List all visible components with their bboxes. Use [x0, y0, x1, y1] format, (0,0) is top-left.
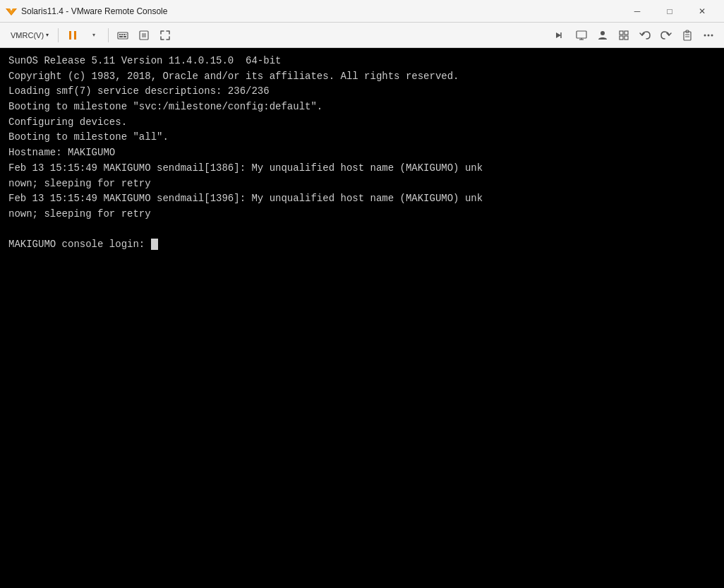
title-bar-controls: ─ □ ✕	[621, 0, 718, 23]
more-button[interactable]	[699, 25, 718, 45]
toolbar-sep-1	[58, 28, 59, 42]
window-title: Solaris11.4 - VMware Remote Console	[21, 6, 167, 16]
svg-rect-19	[684, 32, 691, 40]
clipboard-button[interactable]	[677, 25, 697, 45]
cursor-block	[151, 239, 158, 250]
undo-button[interactable]	[635, 25, 655, 45]
vmrc-label: VMRC(V)	[11, 31, 44, 40]
svg-rect-17	[620, 36, 623, 40]
console-area[interactable]: SunOS Release 5.11 Version 11.4.0.15.0 6…	[0, 48, 724, 588]
full-screen-button[interactable]	[155, 25, 175, 45]
send-ctrl-alt-del-button[interactable]	[113, 25, 133, 45]
fit-icon	[138, 30, 150, 41]
title-bar: Solaris11.4 - VMware Remote Console ─ □ …	[0, 0, 724, 23]
svg-rect-16	[625, 31, 628, 35]
svg-rect-6	[121, 34, 123, 35]
svg-point-25	[711, 34, 713, 36]
svg-point-24	[708, 34, 710, 36]
console-output: SunOS Release 5.11 Version 11.4.0.15.0 6…	[8, 54, 716, 253]
toolbar-sep-2	[108, 28, 109, 42]
svg-point-23	[704, 34, 706, 36]
svg-rect-10	[123, 36, 126, 37]
forward-button[interactable]	[550, 25, 570, 45]
redo-button[interactable]	[656, 25, 676, 45]
svg-rect-3	[74, 31, 76, 40]
minimize-button[interactable]: ─	[621, 0, 653, 23]
redo-icon	[660, 30, 672, 41]
svg-rect-5	[119, 34, 121, 35]
clipboard-icon	[682, 30, 693, 41]
user-icon	[597, 30, 608, 41]
grid-icon	[618, 30, 629, 41]
svg-rect-4	[118, 32, 128, 39]
svg-rect-2	[69, 31, 71, 40]
svg-rect-8	[126, 34, 126, 35]
vmrc-menu-button[interactable]: VMRC(V) ▾	[6, 28, 54, 42]
monitor-button[interactable]	[572, 25, 591, 45]
pause-dropdown-button[interactable]: ▾	[84, 25, 104, 45]
toolbar: VMRC(V) ▾ ▾	[0, 23, 724, 48]
forward-icon	[555, 30, 566, 41]
fullscreen-icon	[159, 30, 171, 41]
undo-icon	[639, 30, 651, 41]
grid-button[interactable]	[614, 25, 634, 45]
maximize-button[interactable]: □	[653, 0, 686, 23]
svg-rect-13	[577, 31, 586, 38]
toolbar-right-group	[550, 25, 718, 45]
title-bar-left: Solaris11.4 - VMware Remote Console	[6, 6, 167, 17]
close-button[interactable]: ✕	[686, 0, 718, 23]
svg-rect-7	[123, 34, 125, 35]
vmrc-dropdown-arrow: ▾	[46, 32, 49, 38]
svg-rect-18	[625, 36, 628, 40]
pause-icon	[67, 30, 78, 41]
user-button[interactable]	[593, 25, 613, 45]
svg-rect-15	[620, 31, 623, 35]
monitor-icon	[576, 30, 587, 41]
toolbar-left-group: VMRC(V) ▾ ▾	[6, 25, 175, 45]
vmware-icon	[6, 6, 17, 17]
svg-rect-12	[142, 33, 146, 37]
pause-button[interactable]	[63, 25, 83, 45]
fit-guest-button[interactable]	[134, 25, 154, 45]
pause-dropdown-arrow: ▾	[92, 32, 95, 38]
svg-point-14	[601, 31, 605, 35]
keyboard-icon	[117, 30, 128, 41]
more-icon	[703, 30, 714, 41]
svg-rect-9	[119, 36, 123, 37]
